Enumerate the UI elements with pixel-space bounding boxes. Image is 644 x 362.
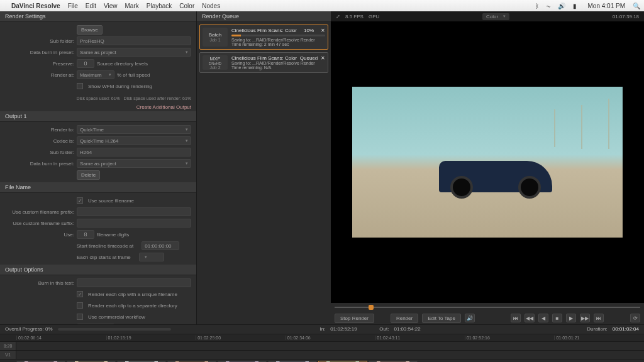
viewer-scrubber[interactable] — [331, 303, 644, 312]
prev-clip-icon[interactable]: ◀◀ — [525, 314, 535, 322]
prefix-input[interactable] — [77, 207, 191, 216]
ruler-tick: 01:02:52:16 — [465, 336, 555, 340]
bluetooth-icon[interactable]: ᛒ — [535, 3, 539, 9]
browse-button[interactable]: Browse — [77, 25, 103, 35]
queue-job-1[interactable]: BatchJob 1 Cinelicious Film Scans: Color… — [199, 25, 328, 50]
menu-color[interactable]: Color — [179, 3, 194, 9]
in-label: In: — [319, 326, 325, 332]
render-to-select[interactable]: QuickTime — [77, 125, 191, 134]
data-burn-preset-select[interactable]: Same as project — [77, 48, 191, 57]
play-icon[interactable]: ▶ — [566, 314, 576, 322]
render-queue-panel: Render Queue BatchJob 1 Cinelicious Film… — [196, 11, 331, 324]
each-clip-select[interactable] — [139, 253, 164, 261]
label: Source directory levels — [97, 61, 148, 67]
viewer-canvas[interactable] — [331, 21, 644, 303]
track-label[interactable]: V1 — [0, 351, 16, 359]
wifi-icon[interactable]: ⏦ — [547, 3, 550, 9]
next-clip-icon[interactable]: ▶▶ — [580, 314, 590, 322]
job-format: MXF — [210, 56, 221, 62]
label: Render each clip to a separate directory — [88, 303, 177, 309]
mac-menubar: DaVinci Resolve File Edit View Mark Play… — [0, 0, 644, 11]
loop-icon[interactable]: ⟳ — [630, 314, 640, 322]
codec-select[interactable]: QuickTime H.264 — [77, 136, 191, 145]
stop-render-button[interactable]: Stop Render — [335, 314, 374, 323]
disk-after-label: Disk space used after render: 61% — [124, 96, 191, 101]
job-format: Batch — [209, 32, 221, 38]
job-progress — [231, 35, 325, 36]
label: Use custom filename suffix: — [5, 221, 74, 226]
edit-to-tape-button[interactable]: Edit To Tape — [422, 314, 461, 323]
label: Render to: — [5, 127, 74, 133]
job-saving: Saving to: ...RAID/Render/Resolve Render — [231, 38, 325, 42]
suffix-input[interactable] — [77, 219, 191, 228]
label: Render each clip with a unique filename — [88, 292, 177, 297]
volume-icon[interactable]: 🔊 — [558, 3, 565, 9]
filename-header: File Name — [0, 182, 196, 193]
create-additional-output-link[interactable]: Create Additional Output — [0, 103, 196, 111]
output-subfolder-input[interactable]: H264 — [77, 148, 191, 156]
label: Use custom filename prefix: — [5, 209, 74, 215]
commercial-checkbox[interactable] — [77, 314, 83, 320]
label: Use: — [5, 232, 74, 238]
out-tc-input[interactable]: 01:03:54:22 — [394, 326, 438, 332]
first-frame-icon[interactable]: ⏮ — [511, 314, 521, 322]
disk-used-label: Disk space used: 61% — [77, 96, 120, 101]
menu-mark[interactable]: Mark — [125, 3, 139, 9]
menubar-clock[interactable]: Mon 4:01 PM — [588, 3, 625, 9]
viewer-mode-select[interactable]: Color — [482, 13, 509, 20]
use-source-checkbox[interactable]: ✓ — [77, 197, 83, 204]
clip-thumbnails: 01:00:39:05(L)ersion 4 (L)04 V1 01:01:47… — [0, 359, 644, 362]
menu-view[interactable]: View — [104, 3, 118, 9]
overall-progress-label: Overall Progress: 0% — [5, 326, 53, 332]
menu-file[interactable]: File — [68, 3, 78, 9]
step-back-icon[interactable]: ◀ — [538, 314, 548, 322]
menu-playback[interactable]: Playback — [147, 3, 172, 9]
separate-dir-checkbox[interactable] — [77, 302, 83, 309]
digits-stepper[interactable]: 8 — [77, 230, 94, 239]
unique-filename-checkbox[interactable]: ✓ — [77, 291, 83, 297]
label: Use commercial workflow — [88, 314, 145, 320]
viewer-panel: ⤢ 8.5 FPS GPU Color 01:07:39:18 Stop Ren… — [331, 11, 644, 324]
menu-app[interactable]: DaVinci Resolve — [11, 3, 60, 9]
delete-output-button[interactable]: Delete — [77, 170, 100, 180]
menu-nodes[interactable]: Nodes — [202, 3, 220, 9]
render-speed-select[interactable]: Maximum — [77, 70, 114, 79]
ruler-tick: 01:03:01:21 — [554, 336, 644, 340]
label: Preserve: — [5, 61, 74, 67]
preserve-stepper[interactable]: 0 — [77, 59, 94, 68]
battery-icon[interactable]: ▮ — [573, 3, 577, 9]
speaker-icon[interactable]: 🔊 — [465, 314, 475, 322]
label: Each clip starts at frame — [77, 255, 131, 260]
output1-header: Output 1 — [0, 111, 196, 122]
menu-edit[interactable]: Edit — [86, 3, 96, 9]
fps-label: 8.5 FPS — [345, 14, 364, 19]
last-frame-icon[interactable]: ⏭ — [594, 314, 604, 322]
track-label[interactable]: 8:20 — [0, 342, 16, 350]
stop-icon[interactable]: ■ — [552, 314, 562, 322]
sub-folder-input[interactable]: ProResHQ — [77, 36, 191, 45]
label: Render at: — [5, 72, 74, 78]
timecode-ruler[interactable]: 01:02:06:14 01:02:15:19 01:02:25:00 01:0… — [0, 334, 644, 343]
viewer-timecode: 01:07:39:18 — [613, 14, 639, 19]
job-remaining: Time remaining: N/A — [231, 65, 325, 70]
resize-icon[interactable]: ⤢ — [336, 14, 340, 19]
ruler-tick: 01:02:25:00 — [196, 336, 286, 340]
start-tc-input[interactable]: 01:00:00:00 — [142, 241, 179, 250]
render-button[interactable]: Render — [391, 314, 418, 323]
gpu-label: GPU — [369, 14, 379, 19]
label: % of full speed — [117, 72, 150, 78]
burn-text-input[interactable] — [77, 278, 191, 287]
ruler-tick: 01:02:43:11 — [375, 336, 465, 340]
job-number: Job 1 — [209, 38, 220, 42]
wfm-checkbox[interactable] — [77, 83, 83, 89]
output-dbip-select[interactable]: Same as project — [77, 159, 191, 168]
queue-job-2[interactable]: MXFDNxHDJob 2 Cinelicious Film Scans: Co… — [199, 52, 328, 73]
duration-label: Duration: — [587, 326, 607, 332]
close-icon[interactable]: ✕ — [321, 55, 325, 61]
in-tc-input[interactable]: 01:02:52:19 — [330, 326, 374, 332]
close-icon[interactable]: ✕ — [321, 28, 325, 33]
spotlight-icon[interactable]: 🔍 — [633, 3, 640, 9]
job-title: Cinelicious Film Scans: Color — [231, 28, 297, 33]
job-title: Cinelicious Film Scans: Color — [231, 55, 297, 61]
alt-pass-input[interactable]: 00:00:00:00 — [77, 324, 114, 324]
